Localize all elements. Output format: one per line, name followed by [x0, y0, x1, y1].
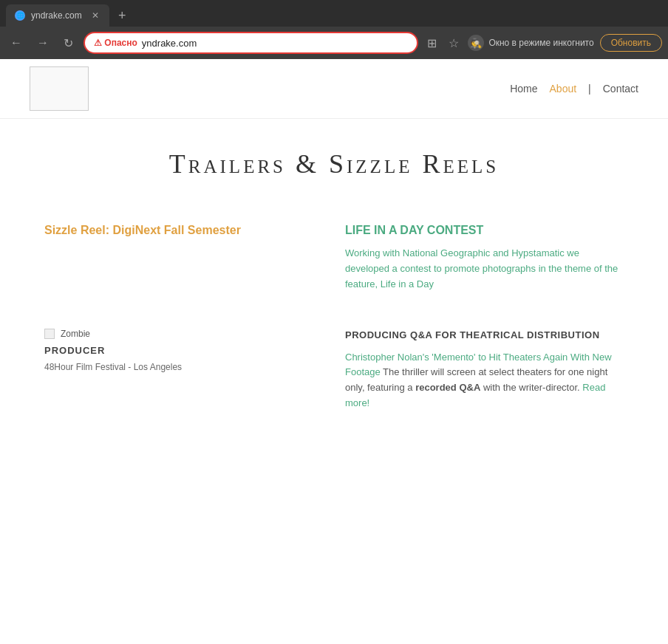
- producing-qa-body: Christopher Nolan's 'Memento' to Hit The…: [345, 350, 624, 411]
- site-nav: Home About | Contact: [510, 83, 638, 95]
- nav-home[interactable]: Home: [510, 83, 537, 95]
- site-logo: [30, 66, 89, 111]
- life-in-a-day-card: LIFE IN A DAY CONTEST Working with Natio…: [345, 216, 624, 299]
- sizzle-reel-title[interactable]: Sizzle Reel: DigiNext Fall Semester: [44, 224, 241, 236]
- incognito-icon: 🕵: [468, 35, 484, 51]
- incognito-label: Окно в режиме инкогнито: [488, 38, 593, 48]
- page-title: Trailers & Sizzle Reels: [0, 119, 668, 202]
- producing-body2: with the writer-director.: [480, 382, 582, 393]
- tab-title: yndrake.com: [31, 10, 84, 21]
- toolbar-right: ⊞ ☆ 🕵 Окно в режиме инкогнито Обновить: [424, 33, 662, 53]
- tab-close-button[interactable]: ✕: [90, 9, 100, 22]
- producer-card: Zombie PRODUCER 48Hour Film Festival - L…: [44, 321, 323, 418]
- nav-about[interactable]: About: [550, 83, 577, 95]
- tab-bar: 🌐 yndrake.com ✕ +: [0, 0, 668, 27]
- zombie-alt: Zombie: [61, 329, 90, 339]
- forward-button[interactable]: →: [33, 33, 53, 52]
- tab-favicon: 🌐: [15, 10, 25, 21]
- url-text: yndrake.com: [142, 38, 197, 49]
- active-tab[interactable]: 🌐 yndrake.com ✕: [6, 4, 109, 27]
- update-button[interactable]: Обновить: [600, 34, 662, 52]
- sizzle-reel-card: Sizzle Reel: DigiNext Fall Semester: [44, 216, 323, 299]
- website-content: Home About | Contact Trailers & Sizzle R…: [0, 59, 668, 644]
- producing-qa-title: PRODUCING Q&A FOR THEATRICAL DISTRIBUTIO…: [345, 329, 624, 342]
- nav-contact[interactable]: Contact: [603, 83, 638, 95]
- producer-subtitle: 48Hour Film Festival - Los Angeles: [44, 362, 323, 372]
- zombie-icon: [44, 329, 55, 339]
- browser-window: 🌐 yndrake.com ✕ + ← → ↻ ⚠ Опасно yndrake…: [0, 0, 668, 644]
- address-bar[interactable]: ⚠ Опасно yndrake.com: [84, 32, 418, 54]
- site-header: Home About | Contact: [0, 59, 668, 119]
- incognito-badge: 🕵 Окно в режиме инкогнито: [468, 35, 593, 51]
- life-in-a-day-title: LIFE IN A DAY CONTEST: [345, 224, 624, 237]
- bookmark-icon[interactable]: ☆: [446, 33, 462, 53]
- content-grid: Sizzle Reel: DigiNext Fall Semester LIFE…: [0, 202, 668, 434]
- translate-icon[interactable]: ⊞: [424, 33, 440, 53]
- producing-qa-card: PRODUCING Q&A FOR THEATRICAL DISTRIBUTIO…: [345, 321, 624, 418]
- producer-title: PRODUCER: [44, 345, 323, 356]
- browser-toolbar: ← → ↻ ⚠ Опасно yndrake.com ⊞ ☆ 🕵 Окно в …: [0, 27, 668, 59]
- life-in-a-day-body: Working with National Geographic and Hyp…: [345, 246, 624, 292]
- back-button[interactable]: ←: [6, 33, 27, 52]
- new-tab-button[interactable]: +: [112, 8, 132, 24]
- refresh-button[interactable]: ↻: [59, 33, 78, 53]
- security-warning: ⚠ Опасно: [94, 38, 137, 48]
- zombie-image: Zombie: [44, 329, 323, 339]
- nav-separator: |: [588, 83, 591, 95]
- producing-bold: recorded Q&A: [415, 382, 480, 393]
